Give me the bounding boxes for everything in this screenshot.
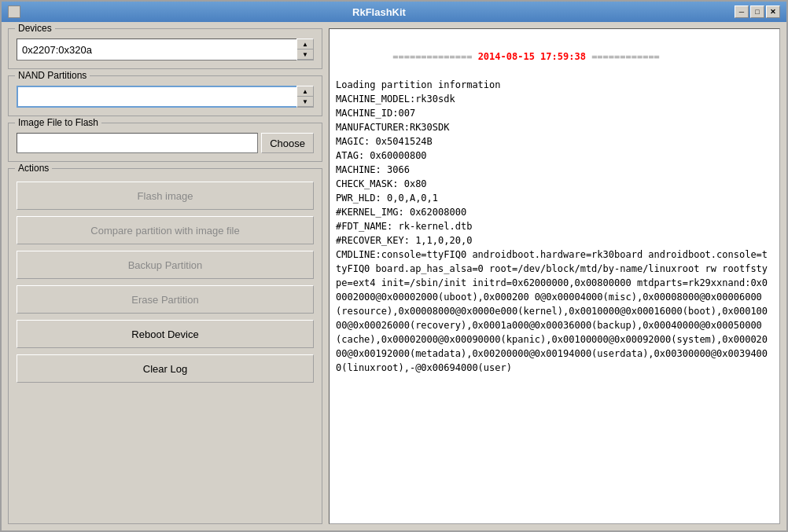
reboot-device-button[interactable]: Reboot Device <box>17 320 314 348</box>
log-line: MANUFACTURER:RK30SDK <box>336 120 773 134</box>
log-sep-end: ============ <box>586 51 660 62</box>
actions-label: Actions <box>15 163 52 174</box>
title-bar: RkFlashKit ─ □ ✕ <box>2 2 786 22</box>
log-line: #RECOVER_KEY: 1,1,0,20,0 <box>336 233 773 248</box>
right-panel: ============== 2014-08-15 17:59:38 =====… <box>329 28 780 524</box>
nand-partitions-spin-up[interactable]: ▲ <box>297 86 313 97</box>
log-line: PWR_HLD: 0,0,A,0,1 <box>336 191 773 205</box>
log-lines: Loading partition informationMACHINE_MOD… <box>336 78 773 375</box>
left-panel: Devices ▲ ▼ NAND Partitions <box>8 28 322 524</box>
image-file-group: Image File to Flash Choose <box>8 123 322 162</box>
main-content: Devices ▲ ▼ NAND Partitions <box>2 22 786 530</box>
main-window: RkFlashKit ─ □ ✕ Devices ▲ ▼ <box>0 0 788 532</box>
nand-partitions-spin-down[interactable]: ▼ <box>297 97 313 107</box>
clear-log-button[interactable]: Clear Log <box>17 354 314 383</box>
nand-partitions-select-wrapper: ▲ ▼ <box>17 86 314 108</box>
restore-button[interactable]: □ <box>750 6 764 18</box>
flash-image-button[interactable]: Flash image <box>17 182 314 210</box>
nand-partitions-spinner[interactable]: ▲ ▼ <box>296 86 314 108</box>
devices-label: Devices <box>15 23 55 34</box>
window-title: RkFlashKit <box>24 6 735 18</box>
backup-partition-button[interactable]: Backup Partition <box>17 251 314 279</box>
image-file-content: Choose <box>17 133 314 153</box>
erase-partition-button[interactable]: Erase Partition <box>17 285 314 314</box>
devices-spin-up[interactable]: ▲ <box>297 39 313 50</box>
log-line: MACHINE_ID:007 <box>336 106 773 120</box>
image-file-input[interactable] <box>17 133 258 153</box>
log-line: #KERNEL_IMG: 0x62008000 <box>336 205 773 219</box>
image-file-label: Image File to Flash <box>15 117 101 128</box>
log-line: MACHINE: 3066 <box>336 163 773 177</box>
devices-group: Devices ▲ ▼ <box>8 28 322 69</box>
devices-spinner[interactable]: ▲ ▼ <box>296 39 314 61</box>
log-header: ============== 2014-08-15 17:59:38 =====… <box>336 35 773 78</box>
actions-group: Actions Flash image Compare partition wi… <box>8 168 322 524</box>
log-line: MAGIC: 0x5041524B <box>336 134 773 149</box>
devices-select-wrapper: ▲ ▼ <box>17 39 314 61</box>
log-line: CMDLINE:console=ttyFIQ0 androidboot.hard… <box>336 248 773 375</box>
devices-input[interactable] <box>17 39 296 61</box>
compare-partition-button[interactable]: Compare partition with image file <box>17 216 314 244</box>
log-timestamp: 2014-08-15 17:59:38 <box>478 51 586 62</box>
window-controls: ─ □ ✕ <box>735 6 780 18</box>
log-area: ============== 2014-08-15 17:59:38 =====… <box>329 28 780 524</box>
minimize-button[interactable]: ─ <box>735 6 749 18</box>
image-file-row: Choose <box>17 133 314 153</box>
devices-spin-down[interactable]: ▼ <box>297 50 313 60</box>
devices-content: ▲ ▼ <box>17 39 314 61</box>
log-line: ATAG: 0x60000800 <box>336 149 773 163</box>
nand-partitions-group: NAND Partitions ▲ ▼ <box>8 75 322 116</box>
log-line: #FDT_NAME: rk-kernel.dtb <box>336 219 773 233</box>
log-sep-start: ============== <box>392 51 477 62</box>
log-line: MACHINE_MODEL:rk30sdk <box>336 92 773 106</box>
choose-button[interactable]: Choose <box>261 133 314 153</box>
log-line: CHECK_MASK: 0x80 <box>336 177 773 191</box>
log-line: Loading partition information <box>336 78 773 92</box>
nand-partitions-label: NAND Partitions <box>15 70 90 81</box>
nand-partitions-content: ▲ ▼ <box>17 86 314 108</box>
app-icon <box>8 6 20 18</box>
close-button[interactable]: ✕ <box>766 6 780 18</box>
nand-partitions-input[interactable] <box>17 86 296 108</box>
